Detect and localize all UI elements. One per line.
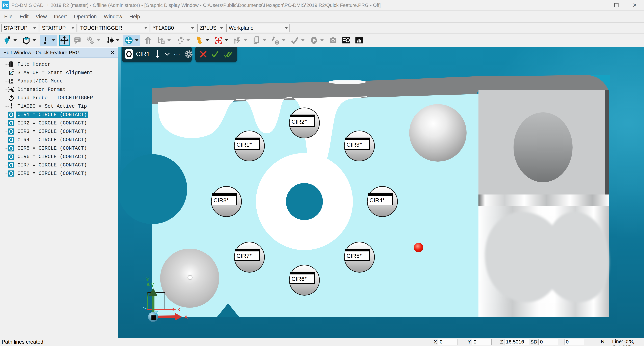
workplane-mode-combo[interactable]: Workplane [226,24,290,32]
chevron-down-icon[interactable] [135,39,138,41]
close-button[interactable]: ✕ [626,0,644,11]
chevron-down-icon[interactable] [263,39,266,41]
sphere-move-button[interactable] [124,35,140,46]
quick-feature-probe-button[interactable] [2,35,18,46]
chevron-down-icon[interactable] [32,39,36,41]
menu-edit[interactable]: Edit [16,12,32,21]
probe-icon[interactable] [154,49,161,59]
report-window-button[interactable] [354,35,364,46]
workplane-combo[interactable]: ZPLUS [198,24,225,32]
tree-item-cir5[interactable]: CIR5 = CIRCLE (CONTACT) [0,144,118,152]
confirm-button[interactable] [211,50,220,58]
feature-label-cir8[interactable]: CIR8* [212,193,237,205]
graphic-display-window[interactable]: Y X Y X Z CIR1*CIR2*CIR3*CIR4*CIR5*CIR6*… [118,47,644,337]
tree-item-dimension[interactable]: Dimension Format [0,85,118,94]
target-crosshair-button[interactable] [213,35,230,46]
copy-window-button[interactable] [251,35,268,46]
point-cloud-button[interactable] [175,35,192,46]
probe-goto-button[interactable] [104,35,121,46]
surface-mode-button[interactable] [194,35,211,46]
feature-label-cir7[interactable]: CIR7* [234,249,260,261]
maximize-icon [614,3,618,8]
tree-item-manualdcc[interactable]: Manual/DCC Mode [0,77,118,85]
chevron-down-icon[interactable] [97,39,100,41]
chevron-down-icon[interactable] [167,39,171,41]
chevron-down-icon[interactable] [165,53,170,56]
feature-label-cir2[interactable]: CIR2* [290,115,315,127]
comment-button[interactable] [72,35,83,46]
chevron-down-icon[interactable] [301,39,304,41]
tree-item-cir7[interactable]: CIR7 = CIRCLE (CONTACT) [0,161,118,169]
chevron-down-icon[interactable] [186,39,190,41]
svg-text:X: X [184,314,188,320]
chevron-down-icon[interactable] [52,39,55,41]
feature-label-cir4[interactable]: CIR4* [368,193,393,205]
startup-alignment-combo[interactable]: STARTUP [40,24,76,32]
gear-icon[interactable] [184,49,194,59]
probe-mode-button[interactable] [40,35,57,46]
chevron-down-icon[interactable] [14,39,17,41]
camera-capture-button[interactable] [328,35,338,46]
surface-mode-icon [194,35,204,45]
cad-view-cube-button[interactable] [21,35,38,46]
more-options-button[interactable]: ... [174,51,180,57]
active-tip-combo[interactable]: *T1A0B0 [151,24,196,32]
feature-label-cir3[interactable]: CIR3* [345,137,370,150]
menu-file[interactable]: File [1,12,16,21]
alignment-icon [8,69,15,76]
menu-view[interactable]: View [32,12,50,21]
cancel-button[interactable] [199,50,207,58]
feature-label-cir5[interactable]: CIR5* [345,249,370,261]
tree-item-file[interactable]: File Header [0,60,118,69]
menu-window[interactable]: Window [100,12,126,21]
execute-play-button[interactable] [308,35,325,46]
circle-feature-icon [8,145,15,152]
tree-item-cir6[interactable]: CIR6 = CIRCLE (CONTACT) [0,152,118,161]
edit-window-close-button[interactable]: ✕ [110,50,114,56]
chevron-down-icon[interactable] [225,39,228,41]
probe-readout-icon [341,35,351,45]
active-tip-icon [8,103,15,110]
chevron-down-icon[interactable] [282,39,286,41]
translate-arrows-button[interactable] [59,35,70,46]
feature-label-cir6[interactable]: CIR6* [290,272,315,284]
probe-file-combo[interactable]: TOUCHTRIGGER [78,24,150,32]
chevron-down-icon[interactable] [320,39,324,41]
chevron-down-icon[interactable] [116,39,120,41]
tree-item-t1a0b0[interactable]: T1A0B0 = Set Active Tip [0,102,118,110]
tree-item-load[interactable]: Load Probe - TOUCHTRIGGER [0,94,118,102]
path-arrows-button[interactable] [142,35,153,46]
active-tip-combo-value: *T1A0B0 [153,25,174,31]
tree-item-cir8[interactable]: CIR8 = CIRCLE (CONTACT) [0,169,118,178]
confirm-all-button[interactable] [223,50,233,58]
tree-item-cir1[interactable]: CIR1 = CIRCLE (CONTACT) [0,110,118,119]
feature-label-cir1[interactable]: CIR1* [234,137,260,150]
tree-item-cir2[interactable]: CIR2 = CIRCLE (CONTACT) [0,119,118,127]
tree-item-startup[interactable]: STARTUP = Start Alignment [0,69,118,77]
translate-arrows-icon [59,35,70,45]
measured-point[interactable] [414,243,423,252]
chevron-down-icon[interactable] [244,39,247,41]
minimize-button[interactable] [589,0,607,11]
tree-item-label: File Header [16,61,52,68]
feature-label-text: CIR6* [290,274,315,284]
gears-button[interactable] [85,35,102,46]
probe-readout-button[interactable] [341,35,352,46]
menu-operation[interactable]: Operation [70,12,100,21]
alignment-combo[interactable]: STARTUP [1,24,38,32]
cad-scene[interactable]: Y X Y X Z [118,47,644,337]
title-bar: Pc PC-DMIS CAD++ 2019 R2 (master) - Offl… [0,0,644,11]
tree-item-cir4[interactable]: CIR4 = CIRCLE (CONTACT) [0,136,118,144]
quick-path-button[interactable] [232,35,249,46]
target-crosshair-icon [213,35,224,45]
probe-toolbox-button[interactable] [270,35,287,46]
tree-item-cir3[interactable]: CIR3 = CIRCLE (CONTACT) [0,127,118,136]
chevron-down-icon[interactable] [206,39,209,41]
maximize-button[interactable] [607,0,626,11]
execute-check-button[interactable] [290,35,306,46]
menu-help[interactable]: Help [126,12,144,21]
export-program-button[interactable] [156,35,172,46]
menu-insert[interactable]: Insert [50,12,70,21]
sphere-feature[interactable] [409,104,466,161]
minimize-icon [596,4,600,6]
